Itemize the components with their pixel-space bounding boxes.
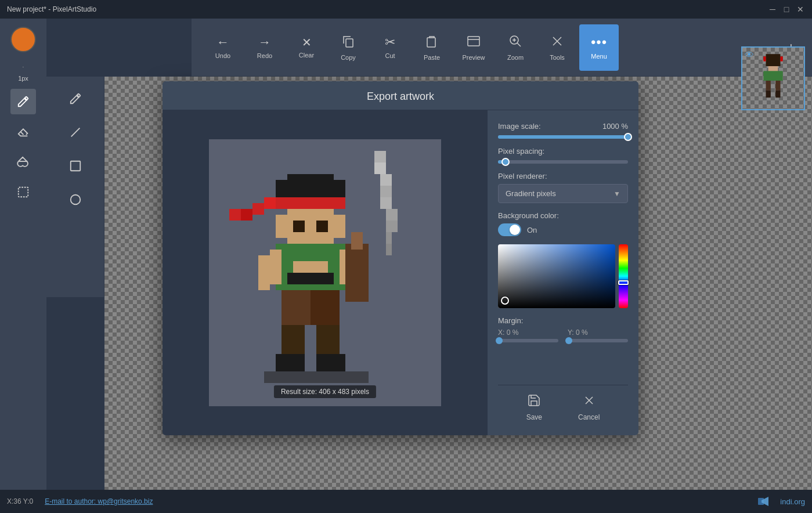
- cancel-button[interactable]: Cancel: [569, 391, 609, 424]
- author-email-link[interactable]: E-mail to author: wp@gritsenko.biz: [45, 497, 153, 505]
- hue-thumb: [618, 280, 629, 285]
- window-controls: ─ □ ✕: [768, 5, 805, 14]
- margin-section: Margin: X: 0 % Y: 0 %: [498, 316, 628, 342]
- toolbar-undo[interactable]: ← Undo: [203, 24, 243, 71]
- pixel-spacing-section: Pixel spacing:: [498, 147, 628, 164]
- secondary-sidebar: [46, 77, 104, 297]
- toolbar-cut[interactable]: ✂ Cut: [370, 24, 410, 71]
- pixel-renderer-value: Gradient pixels: [506, 189, 556, 198]
- toolbar-clear[interactable]: ✕ Clear: [287, 24, 326, 71]
- redo-icon: →: [258, 36, 271, 49]
- margin-y-label: Y: 0 %: [568, 328, 628, 337]
- svg-rect-39: [252, 203, 264, 215]
- svg-rect-62: [351, 232, 363, 250]
- select-tool[interactable]: [10, 179, 36, 205]
- margin-y-slider[interactable]: [568, 339, 628, 342]
- toolbar-tools[interactable]: Tools: [537, 24, 577, 71]
- image-scale-slider[interactable]: [498, 135, 628, 139]
- svg-rect-15: [775, 81, 780, 91]
- svg-rect-43: [276, 215, 287, 238]
- svg-rect-29: [386, 209, 398, 221]
- svg-rect-44: [334, 215, 345, 238]
- svg-rect-28: [380, 197, 392, 209]
- color-swatch[interactable]: [10, 27, 36, 52]
- preview-panel: 👁: [741, 46, 805, 116]
- pencil-tool[interactable]: [10, 89, 36, 114]
- image-scale-label: Image scale:: [498, 122, 541, 131]
- svg-rect-57: [316, 325, 340, 354]
- chevron-down-icon: ▼: [613, 190, 620, 198]
- hue-bar[interactable]: [619, 244, 628, 308]
- margin-x-label: X: 0 %: [498, 328, 558, 337]
- svg-rect-41: [229, 209, 241, 221]
- svg-rect-0: [346, 39, 353, 47]
- image-scale-value: 1000 %: [602, 122, 628, 131]
- cancel-icon: [582, 393, 596, 411]
- minimize-button[interactable]: ─: [768, 5, 777, 14]
- line-tool[interactable]: [62, 118, 89, 146]
- result-size-label: Result size: 406 x 483 pixels: [274, 385, 376, 398]
- color-picker-main[interactable]: [498, 244, 615, 308]
- image-scale-section: Image scale: 1000 %: [498, 122, 628, 139]
- circle-tool[interactable]: [62, 186, 89, 214]
- pencil2-tool[interactable]: [62, 85, 89, 113]
- save-icon: [527, 393, 541, 411]
- rect-tool[interactable]: [62, 152, 89, 180]
- undo-icon: ←: [216, 36, 229, 49]
- svg-rect-46: [316, 221, 328, 232]
- eye-icon: 👁: [745, 50, 754, 60]
- svg-rect-56: [282, 325, 305, 354]
- toolbar-menu[interactable]: ••• Menu: [579, 24, 619, 71]
- preview-thumbnail[interactable]: 👁: [741, 46, 805, 110]
- svg-rect-38: [264, 197, 276, 209]
- toolbar-preview[interactable]: Preview: [454, 24, 493, 71]
- background-color-toggle[interactable]: [498, 223, 521, 236]
- export-dialog: Export artwork: [163, 81, 638, 435]
- coords-display: X:36 Y:0: [7, 497, 33, 505]
- dialog-preview-area: Result size: 406 x 483 pixels: [163, 110, 488, 435]
- toolbar-paste[interactable]: Paste: [412, 24, 452, 71]
- color-picker[interactable]: [498, 244, 628, 308]
- svg-rect-17: [775, 91, 780, 98]
- margin-row: X: 0 % Y: 0 %: [498, 328, 628, 342]
- close-button[interactable]: ✕: [796, 5, 805, 14]
- svg-rect-19: [19, 187, 28, 197]
- svg-rect-27: [380, 186, 392, 197]
- svg-rect-60: [264, 371, 369, 383]
- brush-dot: ·: [23, 64, 24, 70]
- eraser-tool[interactable]: [10, 119, 36, 144]
- indi-org-text: indi.org: [780, 497, 805, 506]
- maximize-button[interactable]: □: [782, 5, 791, 14]
- save-label: Save: [526, 413, 542, 421]
- indi-icon: [757, 493, 775, 510]
- background-color-row: Background color:: [498, 211, 628, 220]
- toolbar-menu-label: Menu: [591, 53, 607, 60]
- svg-rect-37: [276, 197, 345, 209]
- dialog-title: Export artwork: [163, 81, 638, 110]
- left-sidebar: · 1px: [0, 19, 46, 513]
- svg-rect-45: [293, 221, 305, 232]
- color-picker-cursor: [501, 297, 509, 305]
- paste-icon: [425, 34, 439, 50]
- toolbar-zoom[interactable]: Zoom: [496, 24, 535, 71]
- svg-rect-26: [380, 174, 392, 186]
- toolbar-copy[interactable]: Copy: [329, 24, 368, 71]
- toolbar-undo-label: Undo: [215, 52, 230, 59]
- margin-x-slider[interactable]: [498, 339, 558, 342]
- svg-rect-58: [276, 354, 305, 371]
- color-gradient-bg: [498, 244, 615, 308]
- margin-x-item: X: 0 %: [498, 328, 558, 342]
- pixel-art-preview: [218, 145, 432, 406]
- pixel-spacing-slider[interactable]: [498, 160, 628, 164]
- controls-spacer: [498, 351, 628, 377]
- toolbar-preview-label: Preview: [462, 54, 485, 61]
- fill-tool[interactable]: [10, 149, 36, 175]
- svg-rect-21: [70, 161, 80, 171]
- toolbar-redo[interactable]: → Redo: [245, 24, 284, 71]
- pixel-renderer-dropdown[interactable]: Gradient pixels ▼: [498, 184, 628, 203]
- save-button[interactable]: Save: [517, 391, 551, 424]
- svg-rect-50: [287, 273, 334, 284]
- svg-rect-31: [386, 232, 392, 244]
- svg-rect-55: [311, 290, 340, 325]
- toolbar-redo-label: Redo: [257, 52, 272, 59]
